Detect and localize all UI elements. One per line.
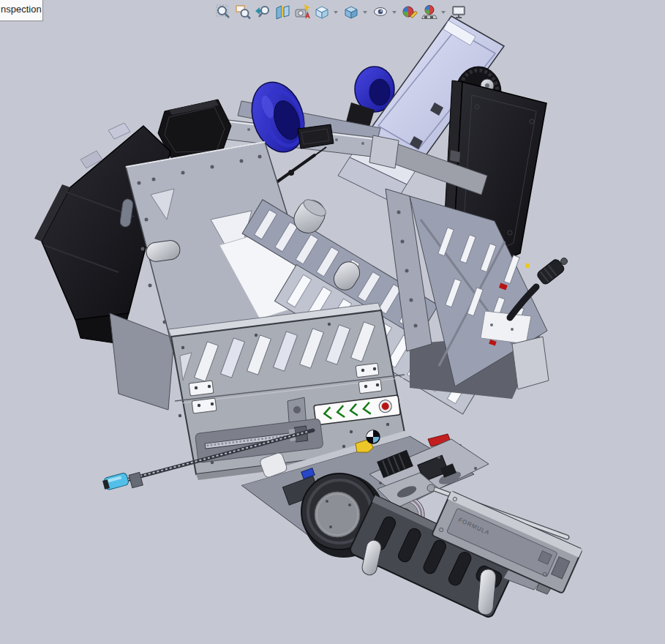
apply-scene-icon[interactable] xyxy=(420,3,438,20)
view-orientation-icon[interactable] xyxy=(312,3,331,20)
hide-show-items-icon[interactable] xyxy=(371,3,389,20)
hide-show-items-dropdown[interactable] xyxy=(391,3,399,20)
cad-model-canvas[interactable]: FORMULA xyxy=(0,0,665,644)
tooltip-inspection: nspection xyxy=(0,0,43,21)
solidworks-viewport[interactable]: FORMULA nspection xyxy=(0,0,665,644)
display-style-dropdown[interactable] xyxy=(361,3,369,20)
previous-view-icon[interactable] xyxy=(253,3,271,20)
heads-up-view-toolbar xyxy=(214,2,467,21)
zoom-to-fit-icon[interactable] xyxy=(214,3,232,20)
apply-scene-dropdown[interactable] xyxy=(440,3,448,20)
display-style-icon[interactable] xyxy=(342,3,360,20)
left-lower-frame[interactable] xyxy=(110,313,174,410)
edit-appearance-icon[interactable] xyxy=(400,3,418,20)
view-settings-icon[interactable] xyxy=(449,3,467,20)
annotation-views-icon[interactable] xyxy=(293,3,311,20)
view-orientation-dropdown[interactable] xyxy=(332,3,340,20)
zoom-to-area-icon[interactable] xyxy=(233,3,252,20)
section-view-icon[interactable] xyxy=(273,3,291,20)
